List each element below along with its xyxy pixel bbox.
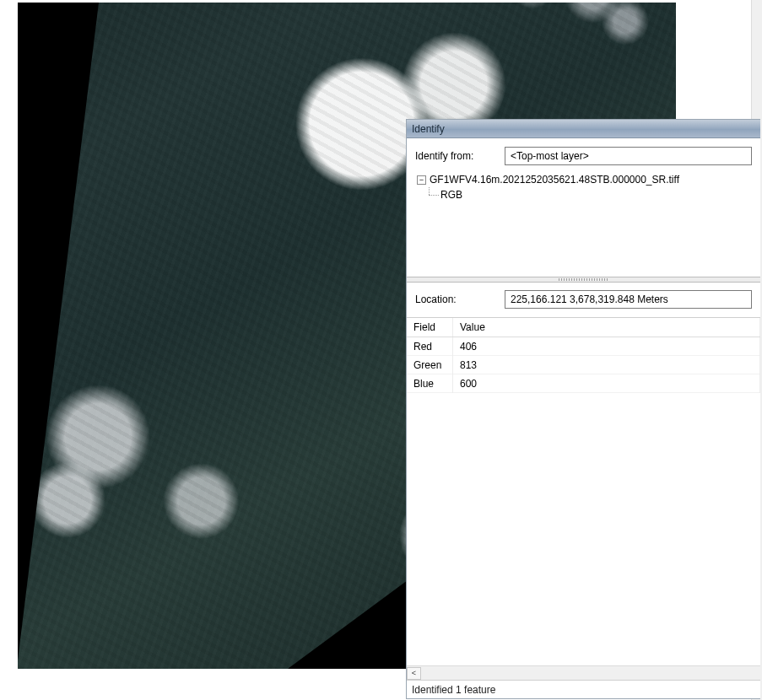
cell-field: Red (407, 337, 453, 356)
cell-value: 406 (453, 337, 760, 356)
identify-panel: Identify Identify from: <Top-most layer>… (406, 119, 760, 699)
identify-from-combo[interactable]: <Top-most layer> (505, 147, 752, 165)
results-grid: Field Value Red 406 Green 813 Blue 600 < (407, 317, 760, 680)
column-header-value[interactable]: Value (453, 318, 760, 337)
table-row[interactable]: Blue 600 (407, 374, 760, 393)
chevron-left-icon: < (412, 669, 416, 677)
identify-title-text: Identify (412, 123, 445, 135)
location-section: Location: 225,166.121 3,678,319.848 Mete… (407, 283, 760, 317)
identify-from-value: <Top-most layer> (511, 150, 589, 162)
table-row[interactable]: Red 406 (407, 337, 760, 356)
grid-body[interactable]: Red 406 Green 813 Blue 600 (407, 337, 760, 665)
grid-horizontal-scrollbar[interactable]: < (407, 665, 760, 680)
table-row[interactable]: Green 813 (407, 356, 760, 374)
tree-root-label: GF1WFV4.16m.2021252035621.48STB.000000_S… (430, 172, 679, 187)
column-header-field[interactable]: Field (407, 318, 453, 337)
identify-titlebar[interactable]: Identify (407, 120, 760, 138)
scroll-left-button[interactable]: < (407, 667, 421, 680)
location-value: 225,166.121 3,678,319.848 Meters (511, 293, 668, 305)
grid-header: Field Value (407, 318, 760, 337)
tree-child-label: RGB (440, 187, 462, 202)
cell-value: 813 (453, 356, 760, 374)
status-text: Identified 1 feature (412, 684, 495, 696)
identify-statusbar: Identified 1 feature (407, 680, 760, 698)
identify-from-label: Identify from: (415, 150, 496, 162)
identify-top-section: Identify from: <Top-most layer> − GF1WFV… (407, 138, 760, 277)
cell-value: 600 (453, 374, 760, 393)
cell-field: Blue (407, 374, 453, 393)
splitter-grip-icon (559, 278, 609, 281)
tree-child-node[interactable]: RGB (440, 187, 752, 202)
tree-collapse-icon[interactable]: − (417, 175, 426, 185)
cell-field: Green (407, 356, 453, 374)
location-label: Location: (415, 293, 496, 305)
identify-tree[interactable]: − GF1WFV4.16m.2021252035621.48STB.000000… (415, 172, 752, 272)
panel-splitter[interactable] (407, 277, 760, 283)
tree-root-node[interactable]: − GF1WFV4.16m.2021252035621.48STB.000000… (417, 172, 752, 187)
location-field[interactable]: 225,166.121 3,678,319.848 Meters (505, 290, 752, 309)
